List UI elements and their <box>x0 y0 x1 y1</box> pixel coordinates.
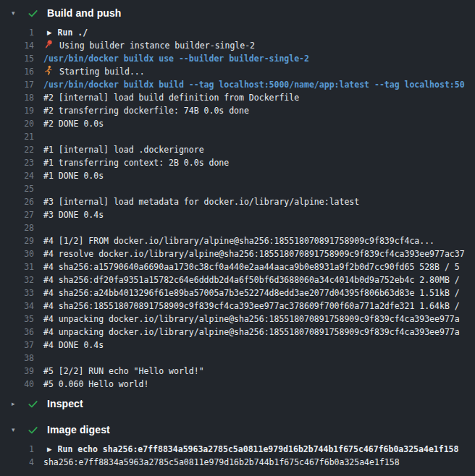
section-title: Inspect <box>47 398 83 409</box>
log-line-number[interactable]: 31 <box>0 260 34 273</box>
log-line-number[interactable]: 40 <box>0 378 34 391</box>
log-section-inspect: ▸ Inspect <box>0 391 475 417</box>
log-section-build-and-push: ▾ Build and push 1▶Run ./14Using builder… <box>0 0 475 391</box>
log-line: 37#4 DONE 0.4s <box>0 339 475 352</box>
log-line: 28 <box>0 221 475 234</box>
log-line: 19#2 transferring dockerfile: 74B 0.0s d… <box>0 104 475 117</box>
log-line-text: #4 sha256:a24bb4013296f61e89ba57005a7b3e… <box>43 286 460 299</box>
log-line-text: #2 [internal] load build definition from… <box>43 91 299 104</box>
check-icon <box>28 399 38 409</box>
log-line: 20#2 DONE 0.0s <box>0 117 475 130</box>
log-line: 33#4 sha256:a24bb4013296f61e89ba57005a7b… <box>0 286 475 299</box>
log-line-number[interactable]: 33 <box>0 286 34 299</box>
log-line-text: #4 sha256:df20fa9351a15782c64e6dddb2d4a6… <box>43 273 460 286</box>
log-line: 32#4 sha256:df20fa9351a15782c64e6dddb2d4… <box>0 273 475 286</box>
log-line: 17/usr/bin/docker buildx build --tag loc… <box>0 78 475 91</box>
section-title: Image digest <box>47 424 110 435</box>
log-line-text: #2 DONE 0.0s <box>43 117 104 130</box>
log-line: 39#5 [2/2] RUN echo "Hello world!" <box>0 365 475 378</box>
log-line-text: #4 unpacking docker.io/library/alpine@sh… <box>43 313 460 326</box>
log-line: 21 <box>0 130 475 143</box>
log-line: 35#4 unpacking docker.io/library/alpine@… <box>0 313 475 326</box>
pushpin-icon <box>43 39 54 52</box>
log-line-number[interactable]: 17 <box>0 78 34 91</box>
log-line-text: #4 sha256:185518070891758909c9f839cf4ca3… <box>43 299 460 313</box>
log-line-text: Using builder instance builder-single-2 <box>43 39 255 52</box>
runner-icon <box>43 65 54 78</box>
log-line-text: #4 [1/2] FROM docker.io/library/alpine@s… <box>43 234 434 247</box>
log-line-number[interactable]: 15 <box>0 52 34 65</box>
log-line: 4sha256:e7ff8834a5963a2785c5a0811e979d16… <box>0 456 475 469</box>
section-header-inspect[interactable]: ▸ Inspect <box>0 391 475 417</box>
log-line-number[interactable]: 30 <box>0 247 34 260</box>
section-header-image-digest[interactable]: ▾ Image digest <box>0 417 475 443</box>
log-line-number[interactable]: 28 <box>0 221 34 234</box>
log-line-text: ▶Run echo sha256:e7ff8834a5963a2785c5a08… <box>43 443 458 456</box>
log-line-text: #3 DONE 0.4s <box>43 208 104 221</box>
log-line: 34#4 sha256:185518070891758909c9f839cf4c… <box>0 299 475 313</box>
log-line-text: #5 [2/2] RUN echo "Hello world!" <box>43 365 204 378</box>
log-line-number[interactable]: 22 <box>0 143 34 156</box>
log-line: 27#3 DONE 0.4s <box>0 208 475 221</box>
log-line-number[interactable]: 18 <box>0 91 34 104</box>
log-line-text: #4 unpacking docker.io/library/alpine@sh… <box>43 326 460 339</box>
log-line-number[interactable]: 23 <box>0 156 34 169</box>
log-line-text: #4 DONE 0.4s <box>43 339 104 352</box>
chevron-down-icon[interactable]: ▾ <box>12 427 22 433</box>
log-line-number[interactable]: 24 <box>0 169 34 182</box>
chevron-right-icon[interactable]: ▸ <box>12 401 22 407</box>
log-line-text: ▶Run ./ <box>43 26 88 39</box>
log-line-number[interactable]: 19 <box>0 104 34 117</box>
log-line-text: Starting build... <box>43 65 145 78</box>
log-line-number[interactable]: 26 <box>0 195 34 208</box>
log-line-number[interactable]: 14 <box>0 39 34 52</box>
log-line-number[interactable]: 25 <box>0 182 34 195</box>
log-section-image-digest: ▾ Image digest 1▶Run echo sha256:e7ff883… <box>0 417 475 469</box>
log-line: 15/usr/bin/docker buildx use --builder b… <box>0 52 475 65</box>
log-line-text: #1 DONE 0.0s <box>43 169 104 182</box>
log-line: 18#2 [internal] load build definition fr… <box>0 91 475 104</box>
log-line: 38 <box>0 352 475 365</box>
log-line: 30#4 resolve docker.io/library/alpine@sh… <box>0 247 475 260</box>
log-lines: 1▶Run ./14Using builder instance builder… <box>0 26 475 391</box>
log-line-text: sha256:e7ff8834a5963a2785c5a0811e979d16b… <box>43 456 400 469</box>
run-chevron-icon[interactable]: ▶ <box>47 26 52 39</box>
log-line-number[interactable]: 27 <box>0 208 34 221</box>
log-line-text: #3 [internal] load metadata for docker.i… <box>43 195 359 208</box>
chevron-down-icon[interactable]: ▾ <box>12 10 22 17</box>
log-line-number[interactable]: 29 <box>0 234 34 247</box>
log-line-number[interactable]: 36 <box>0 326 34 339</box>
log-line-number[interactable]: 39 <box>0 365 34 378</box>
run-chevron-icon[interactable]: ▶ <box>47 443 52 456</box>
log-line: 40#5 0.060 Hello world! <box>0 378 475 391</box>
log-line-text: #1 transferring context: 2B 0.0s done <box>43 156 229 169</box>
log-line: 31#4 sha256:a15790640a6690aa1730c38cf0a4… <box>0 260 475 273</box>
log-line-number[interactable]: 38 <box>0 352 34 365</box>
log-line-text: /usr/bin/docker buildx build --tag local… <box>43 78 465 91</box>
log-line-number[interactable]: 1 <box>0 26 34 39</box>
section-title: Build and push <box>47 7 122 19</box>
log-line-number[interactable]: 1 <box>0 443 34 456</box>
log-line: 14Using builder instance builder-single-… <box>0 39 475 52</box>
log-line-number[interactable]: 32 <box>0 273 34 286</box>
log-line: 26#3 [internal] load metadata for docker… <box>0 195 475 208</box>
log-line: 24#1 DONE 0.0s <box>0 169 475 182</box>
log-line-number[interactable]: 37 <box>0 339 34 352</box>
section-header-build-and-push[interactable]: ▾ Build and push <box>0 0 475 26</box>
log-line-text: #5 0.060 Hello world! <box>43 378 148 391</box>
log-line-number[interactable]: 16 <box>0 65 34 78</box>
log-line-number[interactable]: 35 <box>0 313 34 326</box>
check-icon <box>28 425 38 435</box>
log-line-number[interactable]: 20 <box>0 117 34 130</box>
log-line-text: #4 resolve docker.io/library/alpine@sha2… <box>43 247 465 260</box>
log-line-text: /usr/bin/docker buildx use --builder bui… <box>43 52 309 65</box>
log-line: 25 <box>0 182 475 195</box>
log-line: 22#1 [internal] load .dockerignore <box>0 143 475 156</box>
log-line-text: #4 sha256:a15790640a6690aa1730c38cf0a440… <box>43 260 460 273</box>
log-line-number[interactable]: 4 <box>0 456 34 469</box>
log-line-number[interactable]: 34 <box>0 299 34 313</box>
log-line-number[interactable]: 21 <box>0 130 34 143</box>
log-line: 1▶Run echo sha256:e7ff8834a5963a2785c5a0… <box>0 443 475 456</box>
actions-log-viewer: ▾ Build and push 1▶Run ./14Using builder… <box>0 0 475 476</box>
log-line: 1▶Run ./ <box>0 26 475 39</box>
